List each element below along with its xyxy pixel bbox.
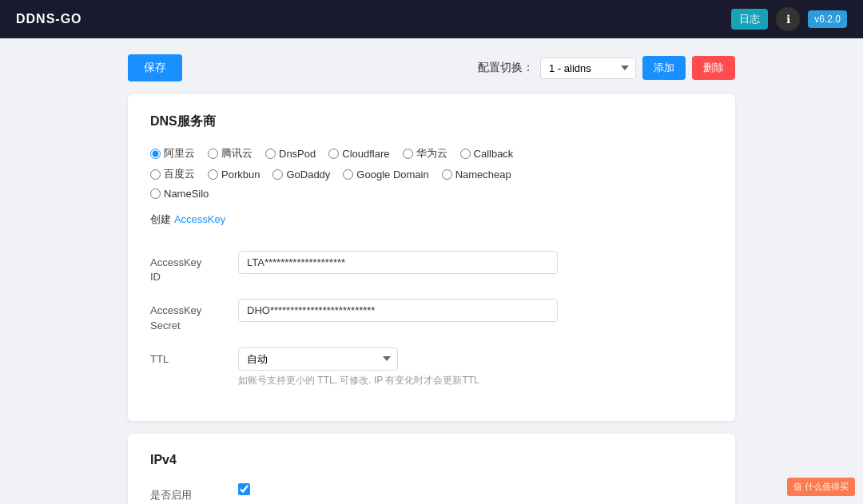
- accesskey-secret-input[interactable]: [238, 299, 558, 322]
- config-switch-label: 配置切换：: [478, 61, 534, 75]
- accesskey-id-field: [238, 251, 713, 274]
- provider-godaddy[interactable]: GoDaddy: [272, 167, 330, 181]
- ttl-hint: 如账号支持更小的 TTL, 可修改. IP 有变化时才会更新TTL: [238, 374, 713, 387]
- ttl-label: TTL: [150, 347, 238, 367]
- version-badge: v6.2.0: [808, 10, 847, 28]
- dns-card: DNS服务商 阿里云 腾讯云 DnsPod Cloudflare 华为云: [128, 94, 735, 421]
- provider-dnspod[interactable]: DnsPod: [265, 146, 316, 161]
- ttl-field: 自动 如账号支持更小的 TTL, 可修改. IP 有变化时才会更新TTL: [238, 347, 713, 387]
- ttl-select[interactable]: 自动: [238, 347, 398, 371]
- delete-button[interactable]: 删除: [692, 56, 735, 80]
- provider-baiduyun[interactable]: 百度云: [150, 167, 195, 181]
- ttl-row: TTL 自动 如账号支持更小的 TTL, 可修改. IP 有变化时才会更新TTL: [150, 347, 713, 387]
- app-title: DDNS-GO: [16, 12, 82, 26]
- provider-namesilo[interactable]: NameSilo: [150, 188, 209, 200]
- main-content: 保存 配置切换： 1 - alidns 添加 删除 DNS服务商 阿里云 腾讯云…: [0, 38, 863, 504]
- dns-provider-group: 阿里云 腾讯云 DnsPod Cloudflare 华为云 Callback: [150, 146, 713, 200]
- ipv4-enabled-field: [238, 483, 713, 495]
- provider-porkbun[interactable]: Porkbun: [208, 167, 260, 181]
- ipv4-enabled-label: 是否启用: [150, 483, 238, 502]
- provider-huaweicloud[interactable]: 华为云: [403, 146, 447, 161]
- ipv4-enabled-checkbox-wrapper: [238, 483, 713, 495]
- header-actions: 日志 ℹ v6.2.0: [731, 7, 847, 31]
- ipv4-card-title: IPv4: [150, 453, 713, 467]
- log-button[interactable]: 日志: [731, 9, 768, 30]
- provider-namecheap[interactable]: Namecheap: [442, 167, 511, 181]
- provider-callback[interactable]: Callback: [460, 146, 514, 161]
- provider-row-1: 阿里云 腾讯云 DnsPod Cloudflare 华为云 Callback: [150, 146, 713, 161]
- dns-card-title: DNS服务商: [150, 113, 713, 130]
- toolbar-right: 配置切换： 1 - alidns 添加 删除: [478, 56, 735, 80]
- accesskey-secret-row: AccessKeySecret: [150, 299, 713, 332]
- save-button[interactable]: 保存: [128, 54, 182, 81]
- accesskey-secret-label: AccessKeySecret: [150, 299, 238, 332]
- ipv4-card: IPv4 是否启用 获取 IP 方式 通过接口获取 通过网卡获取: [128, 434, 735, 504]
- create-accesskey-row: 创建 AccessKey: [150, 212, 713, 238]
- provider-aliyun[interactable]: 阿里云: [150, 146, 195, 161]
- info-icon[interactable]: ℹ: [776, 7, 800, 31]
- create-label: 创建: [150, 213, 171, 225]
- header: DDNS-GO 日志 ℹ v6.2.0: [0, 0, 863, 38]
- toolbar: 保存 配置切换： 1 - alidns 添加 删除: [128, 54, 735, 81]
- ipv4-enabled-checkbox[interactable]: [238, 483, 250, 495]
- accesskey-secret-field: [238, 299, 713, 322]
- provider-tencentcloud[interactable]: 腾讯云: [208, 146, 253, 161]
- config-select[interactable]: 1 - alidns: [540, 58, 636, 79]
- accesskey-id-row: AccessKeyID: [150, 251, 713, 284]
- add-button[interactable]: 添加: [642, 56, 686, 80]
- provider-row-2: 百度云 Porkbun GoDaddy Google Domain Namech…: [150, 167, 713, 181]
- create-accesskey-link[interactable]: AccessKey: [174, 213, 225, 225]
- ipv4-enabled-row: 是否启用: [150, 483, 713, 502]
- accesskey-id-label: AccessKeyID: [150, 251, 238, 284]
- provider-row-3: NameSilo: [150, 188, 713, 200]
- provider-cloudflare[interactable]: Cloudflare: [328, 146, 389, 161]
- accesskey-id-input[interactable]: [238, 251, 558, 274]
- provider-googledomain[interactable]: Google Domain: [343, 167, 428, 181]
